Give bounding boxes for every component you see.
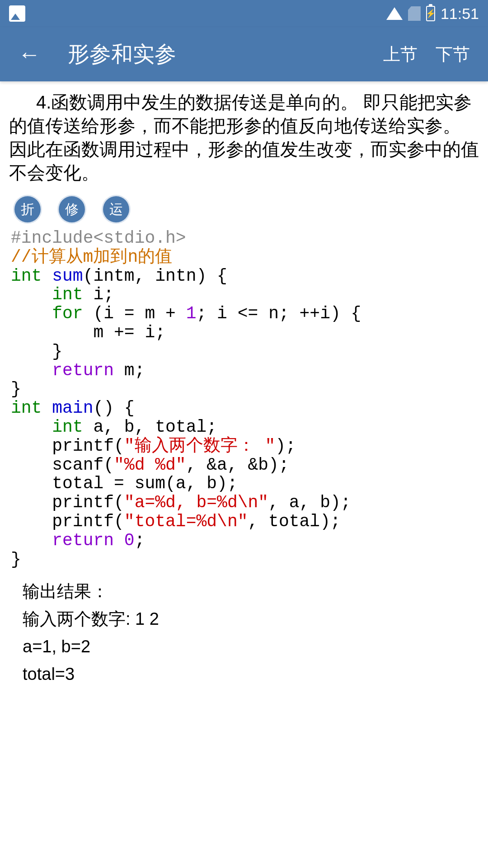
code-comment: //计算从m加到n的值 [11, 247, 172, 267]
status-right: ⚡ 11:51 [386, 5, 479, 23]
code-text: } [11, 342, 62, 361]
code-text: ); [275, 436, 296, 456]
code-str: "%d %d" [114, 455, 186, 475]
status-time: 11:51 [441, 5, 479, 23]
battery-charging-icon: ⚡ [426, 6, 435, 21]
output-label: 输出结果： [23, 578, 465, 605]
run-button[interactable]: 运 [103, 196, 129, 222]
code-text: printf( [11, 493, 124, 512]
code-kw: for [52, 304, 83, 323]
code-func: sum [52, 266, 83, 286]
code-text: , a, b); [268, 493, 351, 512]
output-section: 输出结果： 输入两个数字: 1 2 a=1, b=2 total=3 [9, 569, 479, 697]
code-num: 1 [186, 304, 197, 323]
code-text: printf( [11, 436, 124, 456]
code-block: #include<stdio.h> //计算从m加到n的值 int sum(in… [9, 229, 479, 569]
output-line: 输入两个数字: 1 2 [23, 605, 465, 633]
code-kw: int [52, 285, 83, 304]
code-include: #include<stdio.h> [11, 228, 186, 248]
code-kw: return [52, 361, 114, 380]
code-text: ; i <= n; ++i) { [197, 304, 361, 323]
output-line: a=1, b=2 [23, 633, 465, 660]
back-button[interactable]: ← [18, 41, 41, 67]
code-toolbar: 折 修 运 [9, 193, 479, 229]
picture-icon [9, 5, 25, 22]
code-str: "输入两个数字： " [124, 436, 275, 456]
code-text: () { [93, 398, 134, 418]
code-text: ; [135, 531, 145, 550]
code-str: "total=%d\n" [124, 512, 248, 531]
code-text: total = sum(a, b); [11, 474, 238, 493]
code-kw: return [52, 531, 114, 550]
app-bar: ← 形参和实参 上节 下节 [0, 27, 488, 81]
code-kw: int [11, 398, 42, 418]
code-text: a, b, total; [83, 417, 217, 437]
code-num: 0 [124, 531, 135, 550]
status-bar: ⚡ 11:51 [0, 0, 488, 27]
code-text [114, 531, 124, 550]
code-func: main [52, 398, 93, 418]
edit-button[interactable]: 修 [59, 196, 85, 222]
code-text: m += i; [11, 323, 165, 342]
code-text: m; [114, 361, 145, 380]
code-text: } [11, 379, 21, 399]
wifi-icon [386, 7, 403, 20]
code-text: , total); [248, 512, 341, 531]
paragraph-text: 4.函数调用中发生的数据传送是单向的。 即只能把实参的值传送给形参，而不能把形参… [9, 90, 479, 184]
page-title: 形参和实参 [68, 40, 365, 69]
code-kw: int [11, 266, 42, 286]
fold-button[interactable]: 折 [14, 196, 41, 222]
code-text: (intm, intn) { [83, 266, 227, 286]
code-str: "a=%d, b=%d\n" [124, 493, 268, 512]
code-text: (i = m + [83, 304, 186, 323]
code-text: printf( [11, 512, 124, 531]
output-line: total=3 [23, 660, 465, 688]
code-text: } [11, 550, 21, 569]
code-text: scanf( [11, 455, 114, 475]
next-chapter-link[interactable]: 下节 [436, 43, 470, 66]
code-text: , &a, &b); [186, 455, 289, 475]
status-left [9, 5, 25, 22]
content-area: 4.函数调用中发生的数据传送是单向的。 即只能把实参的值传送给形参，而不能把形参… [0, 81, 488, 706]
code-text: i; [83, 285, 114, 304]
no-sim-icon [408, 6, 421, 21]
prev-chapter-link[interactable]: 上节 [383, 43, 418, 66]
code-kw: int [52, 417, 83, 437]
